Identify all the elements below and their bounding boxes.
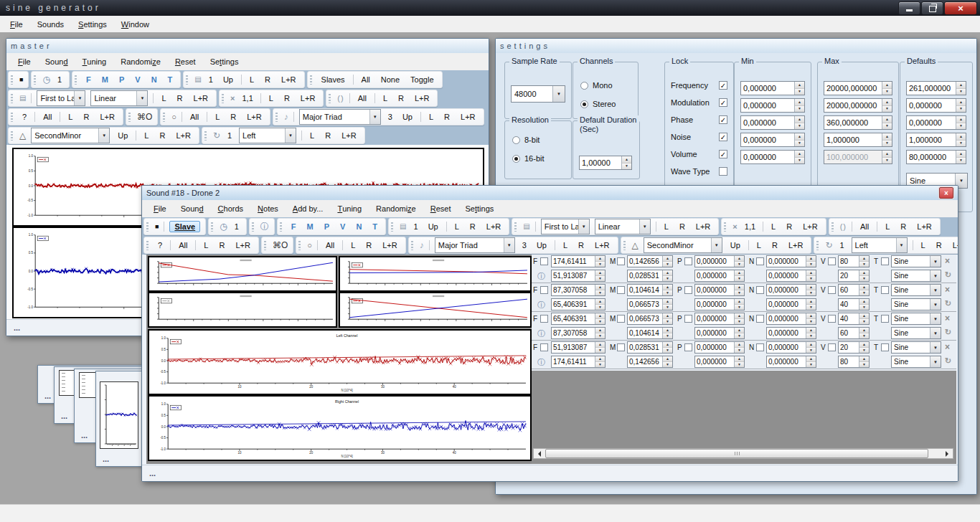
spin-up-icon[interactable]: ▲ — [956, 151, 966, 158]
spin-up-icon[interactable]: ▲ — [795, 82, 804, 89]
param-checkbox-t[interactable] — [881, 286, 889, 294]
toolbar-btn-r[interactable]: R — [227, 112, 239, 122]
spin-down-icon[interactable]: ▼ — [806, 319, 816, 324]
spin-down-icon[interactable]: ▼ — [859, 290, 869, 295]
param-checkbox-n[interactable] — [756, 286, 764, 294]
info-icon[interactable]: ⓘ — [537, 300, 545, 310]
toolbar-btn-l-r[interactable]: L+R — [244, 112, 265, 122]
param-f-field[interactable]: 65,406391▲▼ — [551, 298, 606, 310]
param-checkbox-m[interactable] — [617, 257, 625, 265]
spin-up-icon[interactable]: ▲ — [806, 342, 816, 348]
chevron-down-icon[interactable]: ▼ — [930, 313, 941, 324]
param-checkbox-t[interactable] — [881, 315, 889, 323]
checkbox-frequency[interactable]: ✓ — [719, 81, 727, 90]
menu-item-sound[interactable]: Sound — [38, 53, 75, 70]
param-checkbox-t[interactable] — [881, 257, 889, 265]
min-field[interactable]: 0,000000▲▼ — [740, 115, 805, 130]
grip-handle[interactable] — [275, 113, 278, 122]
randomize-oscillator-button[interactable]: ↻ — [945, 299, 951, 308]
spin-up-icon[interactable]: ▲ — [595, 313, 605, 319]
toolbar-btn-f[interactable]: F — [83, 75, 94, 85]
toolbar-btn-l[interactable]: L — [426, 112, 436, 122]
spin-up-icon[interactable]: ▲ — [735, 356, 744, 362]
toolbar-btn-r[interactable]: R — [467, 222, 479, 232]
spin-down-icon[interactable]: ▼ — [663, 305, 672, 310]
command-icon[interactable]: ⌘O — [137, 113, 152, 121]
command-icon[interactable]: ⌘O — [273, 241, 288, 250]
loop-icon[interactable]: ↻ — [825, 241, 832, 250]
spin-down-icon[interactable]: ▼ — [735, 305, 744, 310]
info-icon[interactable]: ⓘ — [537, 328, 545, 339]
param-t-select[interactable]: Sine▼ — [891, 341, 941, 353]
param-checkbox-v[interactable] — [828, 286, 836, 294]
multiply-icon[interactable]: × — [230, 95, 235, 103]
spin-up-icon[interactable]: ▲ — [859, 299, 869, 305]
loop-icon[interactable]: ↻ — [213, 131, 220, 140]
param-checkbox-v[interactable] — [828, 343, 836, 351]
param-t-select[interactable]: Sine▼ — [891, 270, 941, 282]
spin-up-icon[interactable]: ▲ — [795, 116, 804, 123]
spin-up-icon[interactable]: ▲ — [882, 133, 892, 141]
spin-down-icon[interactable]: ▼ — [622, 163, 631, 170]
close-button[interactable]: × — [939, 187, 953, 199]
toolbar-btn-l-r[interactable]: L+R — [458, 112, 479, 122]
brackets-icon[interactable]: () — [840, 223, 847, 231]
spin-down-icon[interactable]: ▼ — [795, 158, 804, 164]
spin-up-icon[interactable]: ▲ — [663, 256, 672, 262]
spin-up-icon[interactable]: ▲ — [663, 299, 672, 305]
grip-handle[interactable] — [514, 222, 517, 232]
toolbar-btn-l[interactable]: L — [212, 112, 222, 122]
max-field[interactable]: 1,000000▲▼ — [824, 133, 892, 147]
param-m-field[interactable]: 0,104614▲▼ — [627, 327, 673, 339]
radio-8-bit[interactable]: 8-bit — [512, 136, 540, 144]
slider-icon[interactable]: ▤ — [400, 223, 406, 230]
spin-up-icon[interactable]: ▲ — [956, 82, 966, 89]
param-f-field[interactable]: 51,913087▲▼ — [551, 270, 606, 282]
param-f-field[interactable]: 87,307058▲▼ — [551, 284, 606, 296]
grip-handle[interactable] — [11, 75, 13, 85]
grip-handle[interactable] — [222, 94, 224, 103]
spin-up-icon[interactable]: ▲ — [859, 285, 869, 290]
stop-icon[interactable]: ■ — [155, 224, 159, 230]
menu-item-reset[interactable]: Reset — [168, 53, 203, 70]
spin-down-icon[interactable]: ▼ — [735, 348, 744, 353]
chevron-down-icon[interactable]: ▼ — [930, 256, 941, 267]
spin-up-icon[interactable]: ▲ — [663, 328, 672, 333]
param-v-field[interactable]: 60▲▼ — [838, 327, 870, 339]
spin-up-icon[interactable]: ▲ — [882, 151, 892, 158]
info-icon[interactable]: ⓘ — [260, 222, 269, 231]
toolbar-btn-slaves[interactable]: Slaves — [319, 75, 348, 85]
spin-down-icon[interactable]: ▼ — [956, 141, 966, 147]
spin-down-icon[interactable]: ▼ — [595, 305, 605, 310]
spin-down-icon[interactable]: ▼ — [882, 141, 892, 147]
toolbar-btn-l-r[interactable]: L+R — [412, 93, 433, 103]
toolbar-select-secondminor[interactable]: SecondMinor▼ — [644, 237, 722, 253]
chevron-down-icon[interactable]: ▼ — [930, 270, 941, 281]
param-v-field[interactable]: 80▲▼ — [838, 255, 870, 267]
clock-icon[interactable]: ◷ — [42, 75, 50, 84]
menu-item-settings[interactable]: Settings — [71, 16, 114, 32]
toolbar-btn-v[interactable]: V — [337, 222, 348, 232]
toolbar-btn-l-r[interactable]: L+R — [693, 222, 714, 232]
toolbar-btn-v[interactable]: V — [132, 75, 143, 85]
toolbar-btn-l-r[interactable]: L+R — [191, 93, 212, 103]
menu-item-chords[interactable]: Chords — [211, 200, 250, 217]
spin-down-icon[interactable]: ▼ — [859, 362, 869, 367]
default-field[interactable]: 261,000000▲▼ — [906, 81, 966, 95]
spin-up-icon[interactable]: ▲ — [595, 256, 605, 262]
grip-handle[interactable] — [211, 222, 213, 232]
chevron-down-icon[interactable]: ▼ — [552, 86, 565, 102]
param-t-select[interactable]: Sine▼ — [891, 327, 941, 339]
spin-up-icon[interactable]: ▲ — [595, 299, 605, 305]
scroll-left-arrow[interactable] — [534, 449, 545, 458]
menu-item-file[interactable]: File — [146, 200, 174, 217]
toolbar-btn-l[interactable]: L — [754, 240, 764, 250]
toolbar-btn-all[interactable]: All — [355, 93, 369, 103]
toolbar-btn-up[interactable]: Up — [400, 112, 415, 122]
toolbar-btn-l[interactable]: L — [159, 93, 169, 103]
toolbar-btn-up[interactable]: Up — [425, 222, 441, 232]
toolbar-btn-l[interactable]: L — [141, 130, 151, 141]
toolbar-btn-l[interactable]: L — [247, 75, 257, 85]
param-checkbox-f[interactable] — [540, 343, 548, 351]
checkbox-volume[interactable]: ✓ — [719, 150, 727, 158]
